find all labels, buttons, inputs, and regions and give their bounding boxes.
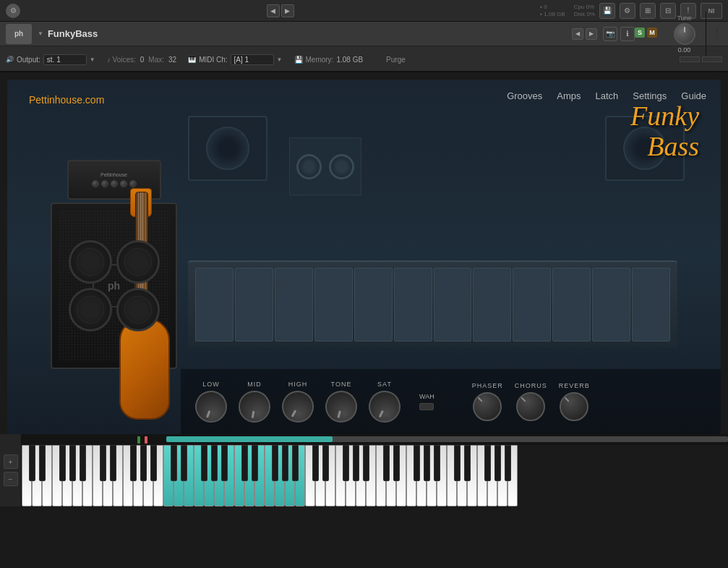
- info-icon[interactable]: ℹ: [620, 27, 635, 41]
- piano-white-key[interactable]: [427, 445, 437, 506]
- tone-label: TONE: [331, 381, 352, 388]
- piano-white-key[interactable]: [214, 445, 224, 506]
- piano-white-key[interactable]: [143, 445, 153, 506]
- piano-white-key[interactable]: [315, 445, 325, 506]
- bottom-piano-area: + −: [0, 434, 728, 506]
- scroll-down-button[interactable]: −: [4, 472, 18, 486]
- piano-white-key[interactable]: [275, 445, 285, 506]
- high-knob[interactable]: [276, 385, 320, 428]
- nav-latch[interactable]: Latch: [596, 90, 619, 101]
- instrument-name: FunkyBass: [48, 28, 98, 39]
- save-button[interactable]: 💾: [599, 3, 615, 19]
- tune-value: 0.00: [678, 46, 691, 54]
- piano-white-key[interactable]: [386, 445, 396, 506]
- piano-white-key[interactable]: [113, 445, 123, 506]
- scroll-up-button[interactable]: +: [4, 454, 18, 469]
- console-strip: [513, 268, 551, 342]
- piano-white-key[interactable]: [356, 445, 366, 506]
- piano-white-key[interactable]: [295, 445, 305, 506]
- inst-prev[interactable]: ◀: [572, 28, 583, 40]
- settings-button[interactable]: ⚙: [620, 3, 635, 19]
- piano-white-key[interactable]: [103, 445, 113, 506]
- piano-white-key[interactable]: [52, 445, 62, 506]
- output-value[interactable]: st. 1: [43, 54, 87, 65]
- piano-white-key[interactable]: [82, 445, 93, 506]
- reverb-label: REVERB: [559, 382, 590, 389]
- piano-keyboard[interactable]: [22, 434, 728, 506]
- piano-white-key[interactable]: [72, 445, 82, 506]
- piano-white-key[interactable]: [32, 445, 42, 506]
- sat-label: SAT: [377, 381, 392, 388]
- piano-keys-container[interactable]: [22, 445, 728, 506]
- piano-white-key[interactable]: [497, 445, 508, 506]
- camera-icon[interactable]: 📷: [603, 27, 617, 41]
- phaser-knob[interactable]: [473, 392, 502, 421]
- low-knob[interactable]: [191, 386, 231, 427]
- tune-knob[interactable]: [674, 23, 695, 45]
- prev-button[interactable]: ◀: [267, 4, 280, 17]
- piano-white-key[interactable]: [467, 445, 477, 506]
- piano-white-key[interactable]: [437, 445, 447, 506]
- amp-knob: [92, 180, 99, 187]
- app-icon[interactable]: ⚙: [6, 4, 20, 18]
- piano-white-key[interactable]: [406, 445, 416, 506]
- piano-white-key[interactable]: [376, 445, 386, 506]
- piano-white-key[interactable]: [93, 445, 103, 506]
- piano-white-key[interactable]: [42, 445, 52, 506]
- monitor-speaker-left: [188, 116, 267, 181]
- piano-white-key[interactable]: [184, 445, 194, 506]
- inst-next[interactable]: ▶: [586, 28, 597, 40]
- piano-white-key[interactable]: [204, 445, 214, 506]
- piano-white-key[interactable]: [62, 445, 72, 506]
- piano-white-key[interactable]: [325, 445, 335, 506]
- piano-white-key[interactable]: [163, 445, 174, 506]
- piano-white-key[interactable]: [305, 445, 315, 506]
- piano-white-key[interactable]: [416, 445, 427, 506]
- piano-white-key[interactable]: [265, 445, 275, 506]
- tape-reel-right: [329, 154, 354, 179]
- nav-grooves[interactable]: Grooves: [507, 90, 542, 101]
- piano-white-key[interactable]: [123, 445, 133, 506]
- inst-name-area: ▼ FunkyBass: [38, 28, 572, 39]
- solo-button[interactable]: S: [635, 27, 645, 38]
- piano-white-key[interactable]: [396, 445, 406, 506]
- next-button[interactable]: ▶: [281, 4, 294, 17]
- speaker-cone-left: [206, 127, 249, 170]
- inst-icons: 📷 ℹ: [603, 27, 635, 41]
- piano-white-key[interactable]: [244, 445, 254, 506]
- piano-white-key[interactable]: [335, 445, 346, 506]
- chorus-knob[interactable]: [516, 392, 545, 421]
- nav-guide[interactable]: Guide: [681, 90, 706, 101]
- piano-white-key[interactable]: [174, 445, 184, 506]
- nav-settings[interactable]: Settings: [633, 90, 667, 101]
- console-strip: [632, 268, 670, 342]
- piano-white-key[interactable]: [254, 445, 265, 506]
- piano-white-key[interactable]: [285, 445, 295, 506]
- mid-knob[interactable]: [236, 389, 273, 425]
- piano-white-key[interactable]: [194, 445, 204, 506]
- piano-white-key[interactable]: [224, 445, 234, 506]
- midi-value[interactable]: [A] 1: [231, 54, 274, 65]
- purge-button[interactable]: Purge: [386, 56, 406, 64]
- piano-white-key[interactable]: [447, 445, 457, 506]
- mute-button[interactable]: M: [647, 27, 657, 38]
- wah-led[interactable]: [419, 403, 434, 410]
- tone-knob[interactable]: [322, 387, 361, 426]
- piano-white-key[interactable]: [133, 445, 143, 506]
- sat-knob[interactable]: [364, 386, 406, 428]
- piano-white-key[interactable]: [22, 445, 32, 506]
- reverb-knob[interactable]: [560, 392, 588, 421]
- piano-white-key[interactable]: [487, 445, 497, 506]
- instrument-header: ph ▼ FunkyBass ◀ ▶ 📷 ℹ S M Tune 0.00: [0, 22, 728, 72]
- nav-amps[interactable]: Amps: [557, 90, 581, 101]
- piano-white-key[interactable]: [234, 445, 244, 506]
- piano-white-key[interactable]: [457, 445, 467, 506]
- piano-white-key[interactable]: [508, 445, 518, 506]
- console-strips: [188, 262, 677, 347]
- piano-white-key[interactable]: [346, 445, 356, 506]
- meters-section: [712, 24, 722, 44]
- title-line1: Funky: [630, 101, 699, 132]
- piano-white-key[interactable]: [153, 445, 163, 506]
- piano-white-key[interactable]: [477, 445, 487, 506]
- piano-white-key[interactable]: [366, 445, 376, 506]
